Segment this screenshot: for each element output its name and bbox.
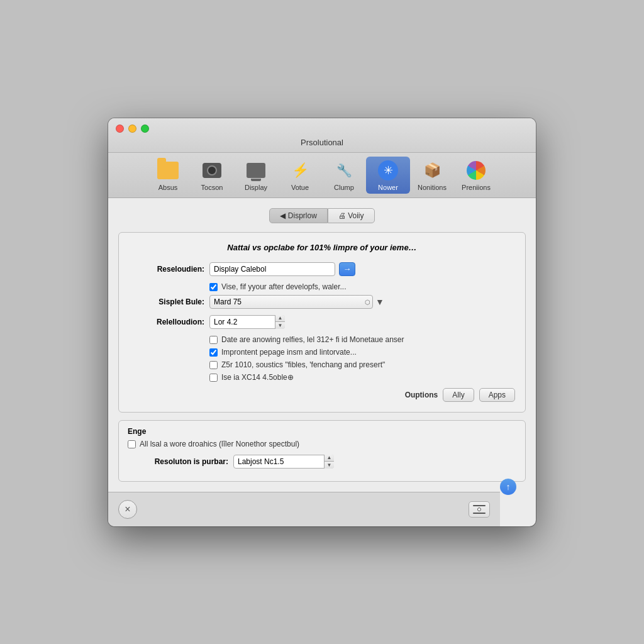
checkbox5-label: Ise ia XC14 4.5oble⊕ — [221, 373, 294, 382]
checkbox4[interactable] — [209, 361, 218, 369]
resolution-input[interactable] — [209, 262, 335, 276]
checkbox1-row: Vise, fif yyour after developfs, waler..… — [129, 282, 515, 291]
toolbar-clump[interactable]: 🔧 Clump — [322, 157, 366, 194]
toolbar-clump-label: Clump — [334, 184, 354, 191]
toolbar-nonitions[interactable]: 📦 Nonitions — [410, 157, 454, 194]
box-icon: 📦 — [421, 159, 443, 182]
adj-knob — [477, 508, 481, 511]
ally-button[interactable]: Ally — [443, 388, 474, 402]
checkbox5[interactable] — [209, 374, 218, 382]
siplet-control: Mard 75 ▼ — [209, 295, 384, 309]
checkbox4-row: Z5r 1010, soustics "fibles, 'fenchang an… — [129, 360, 515, 369]
window-title: Prsolutional — [116, 138, 528, 147]
main-window: Prsolutional Absus Tocson Display ⚡ — [108, 118, 536, 526]
hammer-icon: 🔧 — [333, 159, 355, 182]
checkbox1[interactable] — [209, 283, 218, 291]
title-bar: Prsolutional — [108, 118, 536, 153]
enge-stepper-arrows: ▲ ▼ — [324, 455, 334, 469]
toolbar-preniions-label: Preniions — [462, 184, 491, 191]
toolbar-nonitions-label: Nonitions — [418, 184, 447, 191]
resolution-label: Reseloudien: — [129, 265, 204, 274]
display-icon — [245, 159, 267, 182]
toolbar-votue[interactable]: ⚡ Votue — [278, 157, 322, 194]
options-label: Ouptions — [405, 391, 438, 399]
seg-btn-voiiy[interactable]: 🖨 Voiiy — [328, 208, 375, 223]
star-icon: ✳ — [377, 159, 399, 182]
toolbar-nower-label: Nower — [378, 184, 398, 191]
checkbox2-row: Date are anowing relfies, lel 312+ fi id… — [129, 335, 515, 344]
siplet-arrow-icon[interactable]: ▼ — [375, 297, 384, 307]
energy-icon: ⚡ — [289, 159, 311, 182]
toolbar-tocson[interactable]: Tocson — [190, 157, 234, 194]
enge-resolution-row: Resoluton is purbar: ▲ ▼ — [128, 455, 516, 469]
siplet-dropdown[interactable]: Mard 75 — [209, 295, 373, 309]
checkbox2[interactable] — [209, 336, 218, 344]
resolution-control: → — [209, 262, 355, 276]
checkbox2-label: Date are anowing relfies, lel 312+ fi id… — [221, 335, 404, 344]
maximize-button[interactable] — [141, 125, 149, 133]
enge-stepper-up[interactable]: ▲ — [325, 455, 334, 462]
main-panel: Nattai vs opclabe for 101% limpre of you… — [118, 232, 526, 413]
relell-stepper-down[interactable]: ▼ — [275, 322, 285, 329]
enge-section: Enge All lsal a wore droahics (lĩler Non… — [118, 420, 526, 482]
photos-icon — [465, 159, 487, 182]
adjust-button[interactable] — [469, 501, 490, 518]
close-button[interactable] — [116, 125, 124, 133]
enge-checkbox-row: All lsal a wore droahics (lĩler Nonethor… — [128, 440, 516, 448]
toolbar-display-label: Display — [245, 184, 267, 191]
panel-header: Nattai vs opclabe for 101% limpre of you… — [129, 243, 515, 252]
checkbox1-label: Vise, fif yyour after developfs, waler..… — [221, 282, 347, 291]
enge-title: Enge — [128, 427, 516, 436]
relell-row: Relelloudion: ▲ ▼ — [129, 315, 515, 329]
bottom-bar: × — [108, 492, 500, 526]
resolution-row: Reseloudien: → — [129, 262, 515, 276]
enge-checkbox-label: All lsal a wore droahics (lĩler Nonethor… — [140, 440, 299, 448]
checkbox3-row: Improntent pepage insm and lintorvate... — [129, 348, 515, 357]
content-area: ◀ Disprlow 🖨 Voiiy Nattai vs opclabe for… — [108, 198, 536, 492]
adj-line-1 — [473, 505, 486, 506]
seg-btn-disprlow[interactable]: ◀ Disprlow — [269, 208, 327, 223]
camera-icon — [201, 159, 223, 182]
toolbar-votue-label: Votue — [291, 184, 309, 191]
apps-button[interactable]: Apps — [479, 388, 515, 402]
enge-resolution-stepper: ▲ ▼ — [233, 455, 334, 469]
checkbox4-label: Z5r 1010, soustics "fibles, 'fenchang an… — [221, 360, 385, 369]
options-row: Ouptions Ally Apps — [129, 388, 515, 402]
checkbox5-row: Ise ia XC14 4.5oble⊕ — [129, 373, 515, 382]
checkbox3-label: Improntent pepage insm and lintorvate... — [221, 348, 357, 357]
resolution-arrow-btn[interactable]: → — [339, 262, 355, 276]
enge-stepper-down[interactable]: ▼ — [325, 462, 334, 469]
segmented-control: ◀ Disprlow 🖨 Voiiy — [118, 208, 526, 223]
relell-stepper: ▲ ▼ — [209, 315, 285, 329]
minimize-button[interactable] — [128, 125, 136, 133]
relell-input[interactable] — [209, 315, 285, 329]
enge-checkbox[interactable] — [128, 440, 136, 448]
relell-label: Relelloudion: — [129, 318, 204, 326]
toolbar: Absus Tocson Display ⚡ Votue 🔧 Clump — [108, 153, 536, 198]
scroll-up-button[interactable]: ↑ — [500, 479, 516, 495]
enge-resolution-input[interactable] — [233, 455, 334, 469]
siplet-label: Sisplet Bule: — [129, 297, 204, 306]
toolbar-absus[interactable]: Absus — [146, 157, 190, 194]
adj-line-2 — [473, 513, 486, 514]
toolbar-absus-label: Absus — [158, 184, 178, 191]
enge-resolution-label: Resoluton is purbar: — [128, 457, 228, 466]
relell-stepper-up[interactable]: ▲ — [275, 315, 285, 323]
toolbar-preniions[interactable]: Preniions — [454, 157, 498, 194]
toolbar-tocson-label: Tocson — [201, 184, 223, 191]
bottom-close-button[interactable]: × — [118, 500, 137, 519]
checkbox3[interactable] — [209, 348, 218, 357]
siplet-row: Sisplet Bule: Mard 75 ▼ — [129, 295, 515, 309]
toolbar-display[interactable]: Display — [234, 157, 278, 194]
relell-stepper-arrows: ▲ ▼ — [275, 315, 285, 329]
toolbar-nower[interactable]: ✳ Nower — [366, 157, 410, 194]
traffic-lights — [116, 125, 528, 133]
folder-icon — [157, 159, 179, 182]
